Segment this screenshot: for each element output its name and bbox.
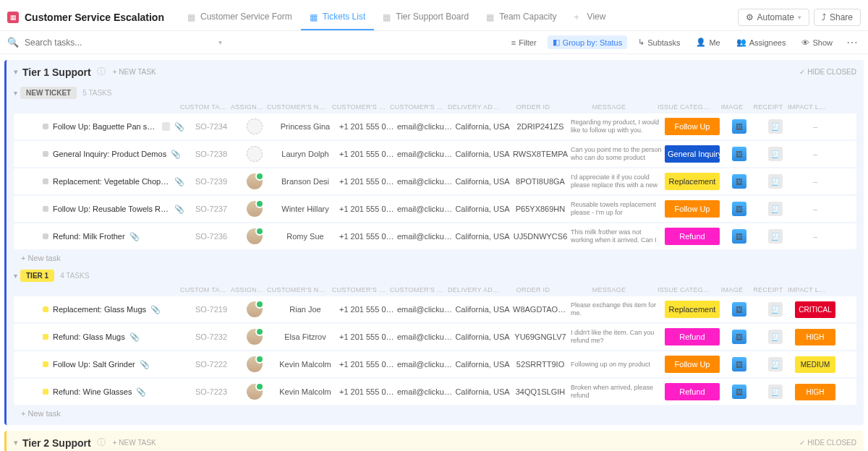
- groupby-button[interactable]: ◧Group by: Status: [548, 35, 628, 49]
- receipt-thumbnail[interactable]: 🧾: [768, 147, 783, 161]
- collapse-icon[interactable]: ▾: [14, 272, 17, 280]
- receipt-thumbnail[interactable]: 🧾: [768, 385, 783, 399]
- info-icon[interactable]: ⓘ: [97, 437, 106, 449]
- task-row[interactable]: Replacement: Glass Mugs📎SO-7219Rian Joe+…: [14, 296, 856, 322]
- task-title[interactable]: Follow Up: Baguette Pan shipping: [53, 122, 158, 131]
- task-title[interactable]: Follow Up: Reusable Towels Replacement: [53, 205, 170, 213]
- column-header[interactable]: CUSTOMER'S E-MAIL: [388, 103, 446, 111]
- issue-category-badge[interactable]: Follow Up: [665, 118, 720, 135]
- new-task-button[interactable]: + NEW TASK: [113, 68, 156, 76]
- issue-category-badge[interactable]: Follow Up: [665, 200, 720, 218]
- assignee-avatar[interactable]: [247, 384, 263, 400]
- unassigned-avatar[interactable]: [247, 146, 263, 162]
- task-title[interactable]: Replacement: Vegetable Chopper: [53, 177, 170, 186]
- me-button[interactable]: 👤Me: [691, 35, 725, 49]
- assignee-avatar[interactable]: [247, 356, 263, 372]
- column-header[interactable]: ASSIGNEE: [229, 286, 265, 293]
- hide-closed-toggle[interactable]: ✓ HIDE CLOSED: [799, 439, 856, 447]
- assignee-avatar[interactable]: [247, 173, 263, 189]
- task-title[interactable]: Refund: Milk Frother: [53, 232, 125, 241]
- task-title[interactable]: Replacement: Glass Mugs: [53, 305, 146, 314]
- impact-badge[interactable]: HIGH: [795, 329, 835, 345]
- task-title[interactable]: Refund: Wine Glasses: [53, 387, 132, 396]
- receipt-thumbnail[interactable]: 🧾: [768, 302, 783, 317]
- view-tab[interactable]: ▦Tier Support Board: [374, 4, 477, 30]
- image-thumbnail[interactable]: 🖼: [732, 357, 746, 371]
- column-header[interactable]: ASSIGNEE: [229, 103, 265, 111]
- info-icon[interactable]: ⓘ: [97, 66, 106, 78]
- task-row[interactable]: Follow Up: Reusable Towels Replacement📎S…: [14, 196, 856, 222]
- column-header[interactable]: RECEIPT: [750, 103, 786, 111]
- column-header[interactable]: ISSUE CATEGORY: [656, 103, 714, 111]
- column-header[interactable]: CUSTOMER'S NAME: [265, 286, 331, 293]
- more-menu[interactable]: ⋯: [843, 35, 861, 49]
- receipt-thumbnail[interactable]: 🧾: [768, 119, 783, 134]
- column-header[interactable]: DELIVERY ADDRESS: [446, 103, 504, 111]
- assignee-avatar[interactable]: [247, 228, 263, 244]
- column-header[interactable]: RECEIPT: [750, 286, 786, 293]
- issue-category-badge[interactable]: Refund: [665, 328, 720, 345]
- task-row[interactable]: Refund: Wine Glasses📎SO-7223Kevin Malcol…: [14, 379, 856, 405]
- collapse-icon[interactable]: ▾: [14, 67, 18, 77]
- subtasks-button[interactable]: ↳Subtasks: [633, 35, 685, 49]
- issue-category-badge[interactable]: Refund: [665, 228, 720, 245]
- image-thumbnail[interactable]: 🖼: [732, 385, 746, 399]
- new-task-row[interactable]: + New task: [7, 406, 864, 422]
- task-row[interactable]: Refund: Milk Frother📎SO-7236Romy Sue+1 2…: [14, 223, 856, 249]
- issue-category-badge[interactable]: Follow Up: [665, 356, 720, 373]
- assignee-avatar[interactable]: [247, 329, 263, 345]
- column-header[interactable]: CUSTOMER'S PHONE: [331, 103, 388, 111]
- issue-category-badge[interactable]: Replacement: [665, 301, 720, 318]
- chevron-down-icon[interactable]: ▾: [175, 38, 222, 46]
- task-title[interactable]: Follow Up: Salt Grinder: [53, 360, 135, 369]
- column-header[interactable]: ORDER ID: [504, 103, 562, 111]
- add-view-button[interactable]: +View: [566, 4, 615, 30]
- filter-button[interactable]: ≡Filter: [506, 36, 542, 49]
- image-thumbnail[interactable]: 🖼: [732, 147, 746, 161]
- column-header[interactable]: CUSTOMER'S E-MAIL: [388, 286, 446, 293]
- receipt-thumbnail[interactable]: 🧾: [768, 202, 783, 216]
- collapse-icon[interactable]: ▾: [14, 438, 18, 447]
- task-row[interactable]: Replacement: Vegetable Chopper📎SO-7239Br…: [14, 168, 856, 194]
- image-thumbnail[interactable]: 🖼: [732, 119, 746, 134]
- receipt-thumbnail[interactable]: 🧾: [768, 330, 783, 344]
- column-header[interactable]: MESSAGE: [562, 286, 656, 293]
- assignee-avatar[interactable]: [247, 201, 263, 217]
- column-header[interactable]: CUSTOMER'S NAME: [265, 103, 331, 111]
- image-thumbnail[interactable]: 🖼: [732, 202, 746, 216]
- receipt-thumbnail[interactable]: 🧾: [768, 357, 783, 371]
- impact-badge[interactable]: MEDIUM: [795, 356, 835, 373]
- impact-badge[interactable]: HIGH: [795, 384, 835, 400]
- new-task-row[interactable]: + New task: [7, 251, 864, 267]
- image-thumbnail[interactable]: 🖼: [732, 330, 746, 344]
- column-header[interactable]: IMAGE: [714, 103, 750, 111]
- image-thumbnail[interactable]: 🖼: [732, 174, 746, 189]
- automate-button[interactable]: ⚙ Automate ▾: [738, 9, 809, 26]
- unassigned-avatar[interactable]: [247, 119, 263, 134]
- status-pill[interactable]: NEW TICKET: [20, 87, 77, 99]
- column-header[interactable]: ISSUE CATEGORY: [656, 286, 714, 293]
- issue-category-badge[interactable]: Replacement: [665, 173, 720, 190]
- hide-closed-toggle[interactable]: ✓ HIDE CLOSED: [799, 68, 856, 76]
- view-tab[interactable]: ▦Tickets List: [301, 4, 375, 30]
- assignee-avatar[interactable]: [247, 301, 263, 317]
- column-header[interactable]: IMPACT LEVEL: [786, 103, 830, 111]
- issue-category-badge[interactable]: General Inquiry: [665, 145, 720, 163]
- task-row[interactable]: Follow Up: Baguette Pan shipping📎SO-7234…: [14, 113, 856, 139]
- column-header[interactable]: MESSAGE: [562, 103, 656, 111]
- task-row[interactable]: Follow Up: Salt Grinder📎SO-7222Kevin Mal…: [14, 351, 856, 377]
- impact-badge[interactable]: CRITICAL: [795, 301, 835, 318]
- search-input[interactable]: [25, 38, 169, 48]
- column-header[interactable]: DELIVERY ADDRESS: [446, 286, 504, 293]
- issue-category-badge[interactable]: Refund: [665, 383, 720, 400]
- share-button[interactable]: ⤴ Share: [814, 9, 861, 26]
- column-header[interactable]: CUSTOM TASK ID: [179, 103, 229, 111]
- column-header[interactable]: IMAGE: [714, 286, 750, 293]
- column-header[interactable]: CUSTOM TASK ID: [179, 286, 229, 293]
- task-title[interactable]: General Inquiry: Product Demos: [53, 150, 166, 158]
- image-thumbnail[interactable]: 🖼: [732, 302, 746, 317]
- task-title[interactable]: Refund: Glass Mugs: [53, 332, 125, 341]
- assignees-button[interactable]: 👥Assignees: [731, 35, 791, 49]
- image-thumbnail[interactable]: 🖼: [732, 229, 746, 244]
- new-task-button[interactable]: + NEW TASK: [113, 439, 156, 447]
